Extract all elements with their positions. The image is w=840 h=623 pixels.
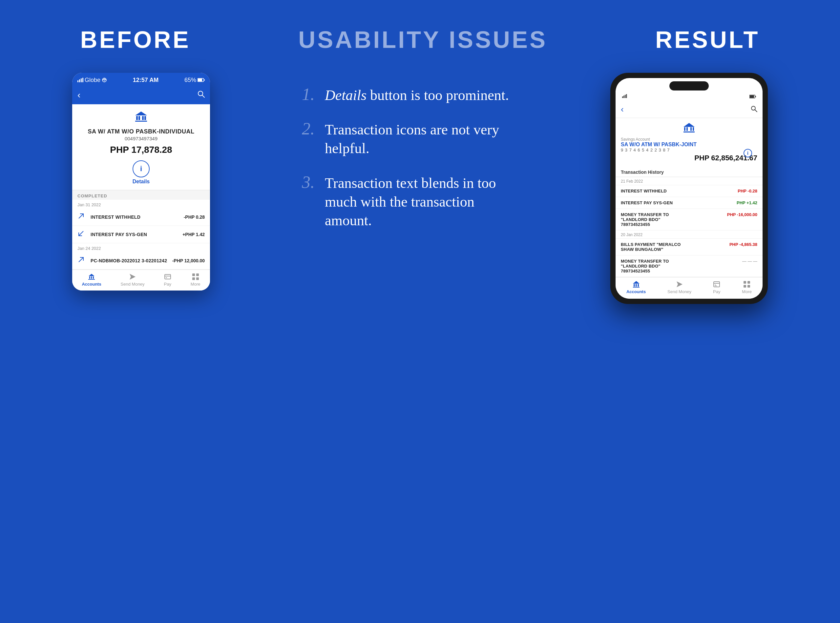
nav-accounts[interactable]: Accounts [82,273,101,287]
svg-rect-61 [743,285,746,288]
svg-rect-0 [77,80,78,82]
bank-icon [135,111,148,126]
svg-rect-25 [88,279,95,280]
issue-3: 3. Transaction text blends in too much w… [302,174,518,230]
result-txn-amount-3: PHP -16,000.00 [727,212,757,217]
svg-rect-62 [748,285,750,288]
svg-rect-44 [684,127,685,131]
status-bar: Globe 12:57 AM 65% [72,73,210,87]
svg-rect-13 [136,116,138,120]
txn-details-3: PC-NDBMOB-2022012 3-02201242 [91,258,168,263]
result-txn-amount-2: PHP +1.42 [737,200,757,205]
issue-1: 1. Details button is too prominent. [302,86,518,104]
result-txn-name-4: BILLS PAYMENT "MERALCO SHAW BUNGALOW" [621,242,686,252]
txn-amount-1: -PHP 0.28 [184,215,205,220]
svg-rect-23 [91,276,92,279]
date-1: Jan 31 2022 [72,200,210,209]
txn-arrow-icon-2 [77,230,87,239]
signal-indicator: Globe [77,77,107,84]
clock: 12:57 AM [133,77,158,84]
result-txn-name-1: INTEREST WITHHELD [621,189,667,193]
svg-rect-15 [142,116,144,120]
svg-rect-30 [192,273,195,276]
svg-rect-29 [166,278,167,278]
account-balance: PHP 17,878.28 [110,144,172,155]
svg-rect-51 [635,284,637,287]
svg-rect-22 [89,276,90,279]
result-search-icon[interactable] [751,106,757,114]
result-date-2: 20 Jan 2022 [615,230,763,239]
account-number: 004973497349 [125,136,157,141]
svg-rect-50 [634,284,635,287]
svg-marker-49 [633,281,640,284]
result-txn-name-2: INTEREST PAY SYS-GEN [621,200,673,205]
result-txn-1: INTEREST WITHHELD PHP -0.28 [615,185,763,197]
nav-pay-label: Pay [164,282,171,287]
result-txn-amount-4: PHP -4,865.38 [729,242,757,247]
account-header: SA W/ ATM W/O PASBK-INDIVIDUAL 004973497… [72,104,210,190]
result-nav-accounts[interactable]: Accounts [626,281,646,294]
svg-rect-45 [686,127,688,131]
svg-rect-27 [165,275,171,279]
result-bank-icon [683,123,695,136]
result-txn-name-5: MONEY TRANSFER TO "LANDLORD BDO" 7897345… [621,259,686,273]
result-nav-send[interactable]: Send Money [668,281,691,294]
svg-rect-57 [715,285,716,285]
svg-marker-54 [677,281,683,287]
result-nav-send-label: Send Money [668,289,691,294]
result-account-name: SA W/O ATM W/ PASBK-JOINT [621,142,757,147]
nav-pay[interactable]: Pay [164,273,171,287]
details-button[interactable]: i Details [132,160,150,185]
phone-screen: ‹ [615,78,763,299]
txn-item-3: PC-NDBMOB-2022012 3-02201242 -PHP 12,000… [72,252,210,270]
issue-number-1: 1. [302,86,318,103]
svg-line-18 [79,214,83,218]
result-txn-5: MONEY TRANSFER TO "LANDLORD BDO" 7897345… [615,255,763,277]
nav-more[interactable]: More [191,273,200,287]
result-battery [749,95,756,98]
nav-send-label: Send Money [121,282,145,287]
issues-panel: 1. Details button is too prominent. 2. T… [302,73,518,230]
result-txn-3: MONEY TRANSFER TO "LANDLORD BDO" 7897345… [615,209,763,230]
issue-2: 2. Transaction icons are not very helpfu… [302,120,518,158]
svg-rect-33 [196,278,199,280]
back-button[interactable]: ‹ [77,90,80,100]
svg-marker-12 [135,112,147,115]
nav-send-money[interactable]: Send Money [121,273,145,287]
result-account-header: Savings Account SA W/O ATM W/ PASBK-JOIN… [615,118,763,166]
svg-line-42 [755,109,757,112]
svg-rect-46 [690,127,692,131]
svg-rect-37 [626,94,627,98]
result-phone-outer: ‹ [610,73,768,304]
result-status-bar [615,91,763,102]
svg-line-11 [202,95,205,97]
issue-number-2: 2. [302,120,318,137]
search-icon[interactable] [197,91,205,100]
svg-rect-3 [82,78,83,82]
svg-rect-40 [755,96,756,97]
battery: 65% [185,77,205,84]
info-button[interactable]: i [743,149,752,157]
result-nav-bar: ‹ [615,102,763,118]
result-nav-pay[interactable]: Pay [713,281,720,294]
details-label: Details [132,179,150,185]
issues-title: USABILITY ISSUES [298,26,547,53]
svg-rect-59 [743,281,746,284]
issue-text-1: Details button is too prominent. [325,86,509,104]
svg-rect-17 [135,121,147,122]
svg-line-20 [79,258,83,262]
txn-arrow-icon-1 [77,212,87,222]
txn-details-2: INTEREST PAY SYS-GEN [91,232,178,237]
result-back-button[interactable]: ‹ [621,104,624,114]
txn-history-label: Transaction History [615,166,763,177]
result-txn-4: BILLS PAYMENT "MERALCO SHAW BUNGALOW" PH… [615,239,763,255]
svg-rect-47 [693,127,694,131]
txn-item-2: INTEREST PAY SYS-GEN +PHP 1.42 [72,226,210,243]
dynamic-island [669,81,709,91]
result-account-number: 9 3 7 4 6 5 4 2 2 3 8 7 [621,147,757,152]
svg-rect-24 [93,276,94,279]
result-bottom-nav: Accounts Send Money Pay More [615,277,763,299]
result-txn-amount-1: PHP -0.28 [738,189,757,193]
result-nav-more[interactable]: More [742,281,752,294]
svg-rect-58 [715,285,717,286]
